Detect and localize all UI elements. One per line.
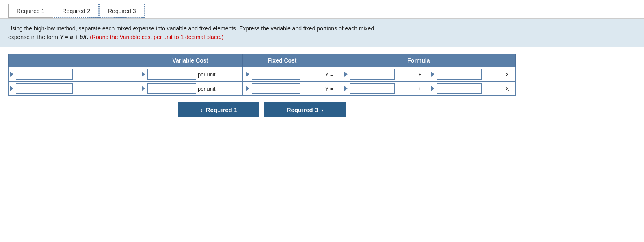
row2-label-cell [9, 82, 138, 96]
row2-x-cell: X [502, 82, 515, 96]
tab-required3-label: Required 3 [108, 8, 136, 14]
row1-plus: + [419, 71, 422, 78]
row2-fixed-cell [242, 82, 322, 96]
tab-required1[interactable]: Required 1 [8, 4, 53, 18]
row2-y-equals: Y = [325, 86, 333, 92]
instruction-line2-plain: expense in the form [8, 34, 60, 40]
next-label: Required 3 [287, 106, 318, 113]
next-chevron: › [321, 106, 323, 113]
row1-formula-b-cell [428, 67, 502, 82]
row2-variable-cell: per unit [138, 82, 243, 96]
tab-required2[interactable]: Required 2 [54, 4, 99, 18]
col-header-formula: Formula [322, 54, 515, 67]
row2-variable-triangle [142, 86, 145, 91]
row1-label-cell [9, 67, 138, 82]
page-container: Required 1 Required 2 Required 3 Using t… [0, 0, 644, 242]
row1-formula-a-input[interactable] [350, 69, 395, 80]
tabs-row: Required 1 Required 2 Required 3 [0, 0, 644, 19]
row2-triangle [10, 86, 13, 91]
prev-button[interactable]: ‹ Required 1 [178, 102, 259, 117]
prev-label: Required 1 [206, 106, 238, 113]
row2-formula-a-input[interactable] [350, 83, 395, 94]
row1-formula-b-input[interactable] [437, 69, 482, 80]
row1-x-cell: X [502, 67, 515, 82]
instruction-box: Using the high-low method, separate each… [0, 19, 644, 47]
row2-per-unit: per unit [198, 86, 215, 92]
table-row: per unit Y = [9, 82, 516, 96]
row1-y-equals: Y = [325, 71, 333, 78]
row1-variable-triangle [142, 72, 145, 77]
row1-formula-a-cell [341, 67, 415, 82]
row1-fixed-cell [242, 67, 322, 82]
row1-x: X [506, 71, 509, 78]
row1-variable-input[interactable] [147, 69, 196, 80]
next-button[interactable]: Required 3 › [264, 102, 346, 117]
row1-y-equals-cell: Y = [322, 67, 341, 82]
instruction-line1: Using the high-low method, separate each… [8, 24, 636, 33]
col-header-1 [9, 54, 138, 67]
row1-per-unit: per unit [198, 71, 215, 78]
row1-variable-cell: per unit [138, 67, 243, 82]
row2-fixed-input[interactable] [252, 83, 300, 94]
row1-label-input[interactable] [16, 69, 73, 80]
row2-fixed-triangle [246, 86, 249, 91]
table-section: Variable Cost Fixed Cost Formula [0, 47, 644, 130]
instruction-formula: Y = a + bX. [60, 34, 89, 40]
row2-formula-a-triangle [344, 86, 348, 91]
row2-formula-b-triangle [431, 86, 434, 91]
row1-triangle [10, 72, 13, 77]
row2-x: X [506, 86, 509, 92]
prev-chevron: ‹ [201, 106, 203, 113]
row2-formula-a-cell [341, 82, 415, 96]
row1-plus-cell: + [415, 67, 428, 82]
tab-required1-label: Required 1 [17, 8, 45, 14]
tab-required3[interactable]: Required 3 [99, 4, 145, 18]
tab-required2-label: Required 2 [63, 8, 91, 14]
col-header-fixed: Fixed Cost [242, 54, 322, 67]
row2-formula-b-cell [428, 82, 502, 96]
nav-buttons: ‹ Required 1 Required 3 › [8, 96, 516, 124]
row2-plus: + [419, 86, 422, 92]
row2-label-input[interactable] [16, 83, 73, 94]
row2-y-equals-cell: Y = [322, 82, 341, 96]
row1-formula-a-triangle [344, 72, 348, 77]
instruction-line2: expense in the form Y = a + bX. (Round t… [8, 33, 636, 41]
row2-formula-b-input[interactable] [437, 83, 482, 94]
row2-plus-cell: + [415, 82, 428, 96]
row1-formula-b-triangle [431, 72, 434, 77]
row1-fixed-triangle [246, 72, 249, 77]
data-table: Variable Cost Fixed Cost Formula [8, 54, 516, 96]
row1-fixed-input[interactable] [252, 69, 300, 80]
instruction-note: (Round the Variable cost per unit to 1 d… [88, 34, 223, 40]
table-row: per unit Y = [9, 67, 516, 82]
row2-variable-input[interactable] [147, 83, 196, 94]
col-header-variable: Variable Cost [138, 54, 243, 67]
